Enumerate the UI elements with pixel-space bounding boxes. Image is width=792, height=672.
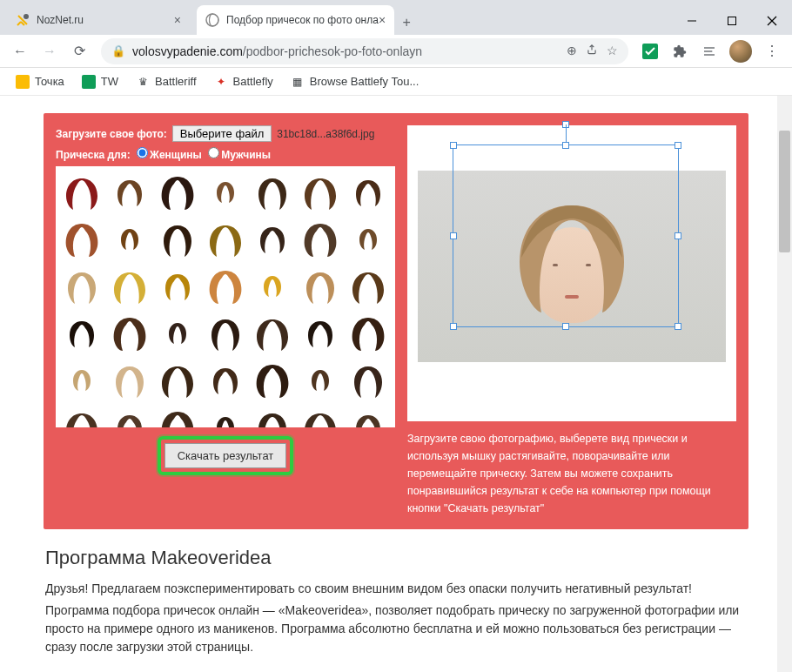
- hairstyle-grid[interactable]: [56, 166, 395, 427]
- browser-tab-1[interactable]: NozNet.ru ×: [7, 5, 190, 35]
- browser-toolbar: ← → ⟳ 🔒 volosvypadenie.com/podbor-priche…: [0, 35, 792, 68]
- highlight-annotation: Скачать результат: [158, 436, 294, 475]
- gender-label: Прическа для:: [56, 149, 131, 161]
- gender-female-radio[interactable]: [137, 147, 148, 158]
- back-button[interactable]: ←: [7, 38, 33, 64]
- gender-male-radio[interactable]: [208, 147, 219, 158]
- page-content: Загрузите свое фото: Выберите файл 31bc1…: [0, 96, 792, 672]
- uploaded-filename: 31bc18d...a38f6d.jpg: [277, 128, 374, 140]
- favicon-icon: [205, 13, 219, 27]
- hairstyle-option[interactable]: [61, 218, 103, 260]
- close-icon[interactable]: ×: [379, 13, 386, 27]
- hairstyle-option[interactable]: [252, 171, 293, 213]
- hairstyle-option[interactable]: [61, 171, 103, 213]
- maximize-button[interactable]: [712, 7, 752, 35]
- bookmark-item[interactable]: TW: [75, 71, 125, 92]
- hairstyle-option[interactable]: [205, 407, 246, 427]
- hairstyle-option[interactable]: [157, 360, 198, 401]
- preview-canvas[interactable]: [407, 125, 736, 421]
- menu-icon[interactable]: ⋮: [759, 38, 785, 64]
- svg-rect-3: [728, 17, 736, 25]
- hairstyle-option[interactable]: [109, 407, 151, 427]
- hairstyle-option[interactable]: [109, 312, 151, 354]
- close-icon[interactable]: ×: [174, 13, 181, 27]
- reload-button[interactable]: ⟳: [66, 38, 92, 64]
- upload-label: Загрузите свое фото:: [56, 128, 167, 140]
- bookmark-item[interactable]: ✦Battlefly: [207, 71, 280, 92]
- hairstyle-option[interactable]: [299, 171, 341, 213]
- hairstyle-option[interactable]: [347, 171, 389, 213]
- bookmark-icon: ▦: [291, 75, 305, 89]
- hairstyle-option[interactable]: [157, 218, 198, 260]
- hairstyle-option[interactable]: [157, 407, 198, 427]
- hairstyle-option[interactable]: [109, 265, 151, 307]
- minimize-button[interactable]: [672, 7, 712, 35]
- tab-title: NozNet.ru: [37, 14, 84, 26]
- hairstyle-option[interactable]: [205, 360, 246, 401]
- svg-point-0: [23, 14, 29, 19]
- bookmark-item[interactable]: ♛Battleriff: [129, 71, 203, 92]
- hairstyle-option[interactable]: [347, 265, 389, 307]
- bookmarks-bar: Точка TW ♛Battleriff ✦Battlefly ▦Browse …: [0, 68, 792, 96]
- bookmark-icon: ♛: [136, 75, 150, 89]
- hairstyle-option[interactable]: [205, 312, 246, 354]
- hairstyle-option[interactable]: [252, 407, 293, 427]
- new-tab-button[interactable]: +: [394, 10, 419, 35]
- hairstyle-option[interactable]: [252, 312, 293, 354]
- hairstyle-option[interactable]: [299, 360, 341, 401]
- window-titlebar: NozNet.ru × Подбор причесок по фото онла…: [0, 0, 792, 35]
- bookmark-star-icon[interactable]: ☆: [607, 44, 618, 58]
- hairstyle-option[interactable]: [347, 360, 389, 401]
- address-bar[interactable]: 🔒 volosvypadenie.com/podbor-prichesok-po…: [101, 38, 628, 64]
- hairstyle-option[interactable]: [157, 312, 198, 354]
- extensions-icon[interactable]: [667, 38, 693, 64]
- instructions-text: Загрузите свою фотографию, выберете вид …: [407, 430, 736, 517]
- hairstyle-option[interactable]: [157, 171, 198, 213]
- choose-file-button[interactable]: Выберите файл: [172, 125, 272, 142]
- hairstyle-option[interactable]: [205, 265, 246, 307]
- hairstyle-option[interactable]: [205, 218, 246, 260]
- article-paragraph: Друзья! Предлагаем поэкспериментировать …: [45, 580, 747, 598]
- hairstyle-option[interactable]: [299, 312, 341, 354]
- profile-avatar[interactable]: [729, 40, 752, 63]
- article-section: Программа Makeoveridea Друзья! Предлагае…: [44, 547, 748, 656]
- hairstyle-option[interactable]: [252, 218, 293, 260]
- hairstyle-option[interactable]: [252, 265, 293, 307]
- bookmark-icon: [16, 75, 30, 89]
- page-scrollbar[interactable]: [777, 96, 792, 672]
- hairstyle-option[interactable]: [347, 312, 389, 354]
- hairstyle-option[interactable]: [347, 407, 389, 427]
- article-paragraph: Программа подбора причесок онлайн — «Mak…: [45, 601, 747, 656]
- bookmark-item[interactable]: Точка: [9, 71, 71, 92]
- bookmark-icon: ✦: [214, 75, 228, 89]
- hairstyle-tool-panel: Загрузите свое фото: Выберите файл 31bc1…: [44, 113, 748, 529]
- zoom-icon[interactable]: ⊕: [567, 44, 577, 58]
- close-window-button[interactable]: [752, 7, 792, 35]
- download-result-button[interactable]: Скачать результат: [164, 443, 287, 468]
- share-icon[interactable]: [586, 44, 598, 58]
- hairstyle-option[interactable]: [109, 171, 151, 213]
- hairstyle-option[interactable]: [205, 171, 246, 213]
- hairstyle-option[interactable]: [299, 218, 341, 260]
- bookmark-icon: [82, 75, 96, 89]
- hairstyle-option[interactable]: [299, 407, 341, 427]
- hairstyle-option[interactable]: [347, 218, 389, 260]
- hairstyle-option[interactable]: [252, 360, 293, 401]
- hairstyle-option[interactable]: [61, 407, 103, 427]
- hairstyle-option[interactable]: [61, 265, 103, 307]
- hairstyle-option[interactable]: [61, 360, 103, 401]
- hairstyle-option[interactable]: [61, 312, 103, 354]
- url-path: /podbor-prichesok-po-foto-onlayn: [243, 44, 422, 58]
- bookmark-item[interactable]: ▦Browse Battlefy Tou...: [284, 71, 426, 92]
- reading-list-icon[interactable]: [696, 38, 722, 64]
- browser-tab-2[interactable]: Подбор причесок по фото онла ×: [197, 5, 394, 35]
- url-host: volosvypadenie.com: [132, 44, 243, 58]
- forward-button[interactable]: →: [37, 38, 63, 64]
- favicon-icon: [16, 13, 30, 27]
- hairstyle-option[interactable]: [299, 265, 341, 307]
- extension-check-icon[interactable]: [637, 38, 663, 64]
- hairstyle-option[interactable]: [109, 218, 151, 260]
- lock-icon: 🔒: [111, 44, 125, 57]
- hairstyle-option[interactable]: [109, 360, 151, 401]
- hairstyle-option[interactable]: [157, 265, 198, 307]
